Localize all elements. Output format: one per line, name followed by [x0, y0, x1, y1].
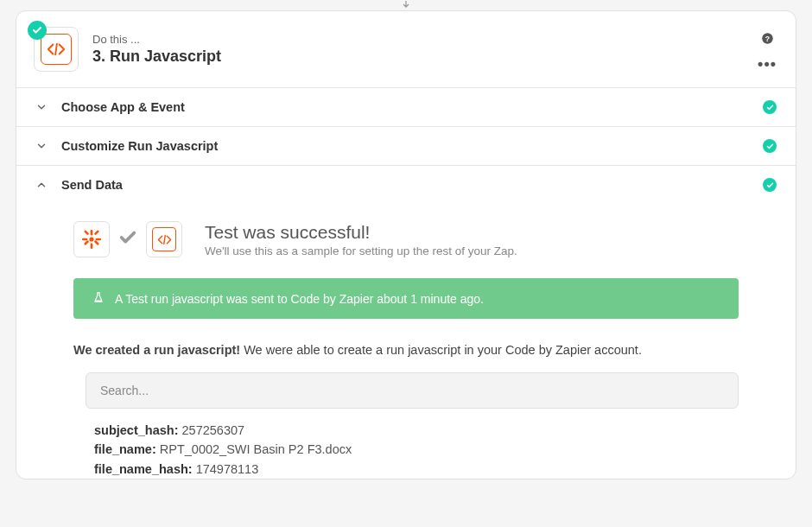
zapier-icon	[73, 221, 110, 257]
test-banner: A Test run javascript was sent to Code b…	[73, 278, 739, 319]
step-complete-badge	[28, 21, 47, 40]
section-choose-app[interactable]: Choose App & Event	[16, 87, 796, 126]
kv-row: file_name: RPT_0002_SWI Basin P2 F3.docx	[94, 440, 730, 459]
svg-rect-10	[94, 230, 99, 235]
code-icon	[41, 34, 72, 65]
created-rest: We were able to create a run javascript …	[240, 343, 642, 357]
step-header: Do this ... 3. Run Javascript ? •••	[16, 11, 796, 87]
svg-rect-9	[94, 240, 99, 245]
banner-text: A Test run javascript was sent to Code b…	[115, 292, 484, 306]
section-send-data[interactable]: Send Data	[16, 165, 796, 204]
svg-rect-8	[84, 230, 89, 235]
success-indicator	[763, 100, 777, 114]
svg-point-3	[89, 237, 93, 241]
test-success-heading: Test was successful!	[205, 222, 517, 243]
chevron-down-icon	[35, 101, 48, 113]
header-text: Do this ... 3. Run Javascript	[92, 33, 744, 66]
svg-rect-4	[91, 230, 93, 236]
success-indicator	[763, 139, 777, 153]
chevron-up-icon	[35, 179, 48, 191]
step-card: Do this ... 3. Run Javascript ? ••• Choo…	[16, 10, 796, 479]
result-box: subject_hash: 257256307 file_name: RPT_0…	[86, 372, 739, 479]
do-this-label: Do this ...	[92, 33, 744, 46]
step-title: 3. Run Javascript	[92, 48, 744, 66]
flow-arrow-icon	[401, 0, 411, 12]
test-success-sub: We'll use this as a sample for setting u…	[205, 244, 517, 257]
created-bold: We created a run javascript!	[73, 343, 240, 357]
svg-rect-5	[91, 244, 93, 250]
svg-line-0	[55, 44, 57, 55]
svg-rect-7	[96, 238, 102, 241]
svg-text:?: ?	[764, 34, 769, 42]
kv-list: subject_hash: 257256307 file_name: RPT_0…	[86, 409, 739, 479]
test-success-row: Test was successful! We'll use this as a…	[16, 219, 796, 266]
flask-icon	[92, 291, 105, 306]
svg-rect-6	[82, 238, 88, 241]
more-icon[interactable]: •••	[758, 60, 777, 67]
send-data-body: Test was successful! We'll use this as a…	[16, 204, 796, 479]
search-input[interactable]	[86, 372, 739, 409]
section-customize[interactable]: Customize Run Javascript	[16, 126, 796, 165]
success-indicator	[763, 178, 777, 192]
created-message: We created a run javascript! We were abl…	[16, 319, 796, 357]
help-icon[interactable]: ?	[761, 32, 774, 48]
svg-line-12	[163, 235, 164, 244]
check-icon	[118, 228, 137, 251]
kv-row: file_name_hash: 174978113	[94, 460, 730, 479]
section-label: Choose App & Event	[61, 100, 749, 114]
code-icon-small	[146, 221, 182, 257]
chevron-down-icon	[35, 140, 48, 152]
app-icon-box	[34, 27, 79, 72]
section-label: Customize Run Javascript	[61, 139, 749, 153]
kv-row: subject_hash: 257256307	[94, 421, 730, 440]
section-label: Send Data	[61, 178, 749, 192]
svg-rect-11	[84, 240, 89, 245]
